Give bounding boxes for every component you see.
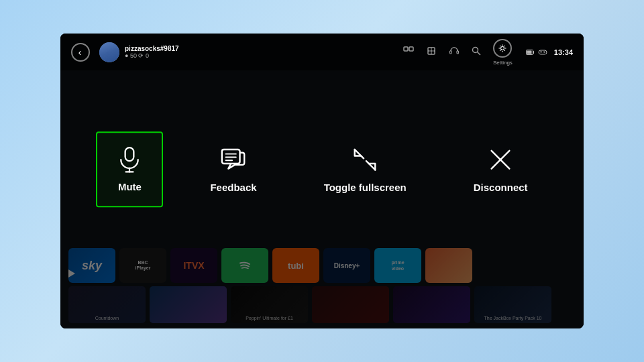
top-bar: ‹ pizzasocks#9817 ● 50 ⟳ 0	[60, 34, 584, 70]
svg-line-26	[366, 161, 375, 170]
toggle-fullscreen-label: Toggle fullscreen	[324, 182, 407, 193]
action-bar: Mute Feedback Toggle fullscreen	[60, 131, 584, 208]
user-info: pizzasocks#9817 ● 50 ⟳ 0	[99, 42, 179, 62]
disconnect-icon	[486, 145, 515, 174]
svg-rect-13	[539, 50, 547, 54]
svg-rect-18	[125, 147, 134, 161]
tv-container: ‹ pizzasocks#9817 ● 50 ⟳ 0	[60, 34, 584, 328]
back-button[interactable]: ‹	[71, 43, 90, 62]
xbox-icon	[426, 46, 437, 58]
svg-rect-1	[409, 47, 413, 51]
username: pizzasocks#9817	[125, 45, 179, 52]
svg-point-9	[501, 46, 504, 50]
mute-button[interactable]: Mute	[96, 131, 163, 207]
gear-icon	[498, 44, 507, 53]
controller-icon	[538, 49, 547, 56]
svg-rect-0	[404, 47, 408, 51]
svg-line-25	[355, 149, 364, 158]
people-icon-btn[interactable]	[403, 46, 414, 58]
feedback-button[interactable]: Feedback	[190, 131, 276, 208]
feedback-label: Feedback	[210, 182, 256, 193]
clock-area: 13:34	[526, 48, 573, 56]
search-icon	[472, 46, 481, 58]
user-stats: ● 50 ⟳ 0	[125, 52, 179, 59]
disconnect-label: Disconnect	[474, 182, 528, 193]
fullscreen-icon	[351, 145, 379, 174]
toggle-fullscreen-button[interactable]: Toggle fullscreen	[304, 131, 427, 208]
back-arrow-icon: ‹	[78, 47, 82, 58]
svg-line-8	[477, 52, 480, 56]
svg-rect-12	[527, 50, 531, 54]
svg-point-17	[543, 51, 545, 52]
mic-icon	[116, 146, 143, 173]
xbox-icon-btn[interactable]	[426, 46, 437, 58]
settings-label: Settings	[493, 60, 513, 66]
battery-icon	[526, 50, 534, 55]
svg-rect-21	[222, 149, 240, 164]
mute-label: Mute	[118, 181, 142, 192]
svg-rect-5	[449, 51, 451, 54]
top-icons: Settings	[403, 39, 513, 66]
disconnect-button[interactable]: Disconnect	[453, 131, 548, 208]
feedback-icon	[219, 145, 248, 174]
clock-icons	[526, 49, 547, 56]
user-details: pizzasocks#9817 ● 50 ⟳ 0	[125, 45, 179, 59]
people-icon	[403, 46, 414, 58]
svg-rect-11	[533, 51, 534, 54]
search-icon-btn[interactable]	[472, 46, 481, 58]
avatar	[99, 42, 119, 62]
headset-icon-btn[interactable]	[449, 46, 460, 58]
svg-rect-6	[457, 51, 459, 54]
headset-icon	[449, 46, 460, 58]
clock: 13:34	[554, 48, 573, 56]
svg-point-7	[472, 48, 478, 53]
settings-icon-btn[interactable]: Settings	[493, 39, 513, 66]
